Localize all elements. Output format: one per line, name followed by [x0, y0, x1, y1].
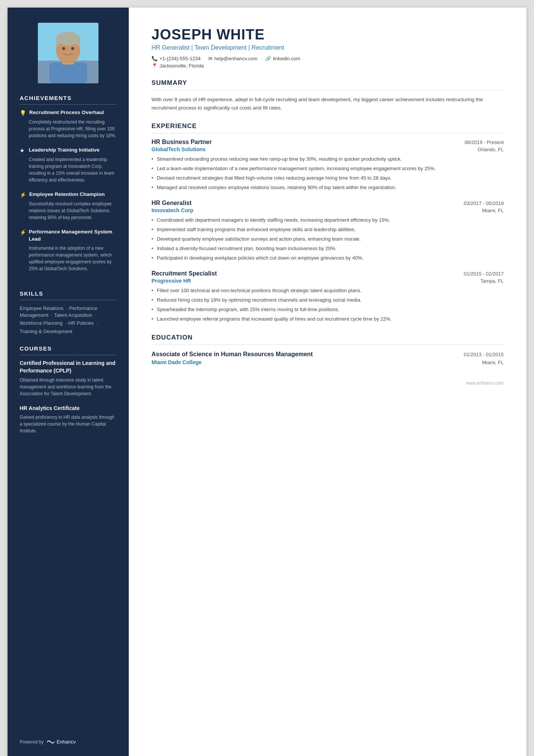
main-content: JOSEPH WHITE HR Generalist | Team Develo…	[129, 8, 526, 756]
skill-dot-4: ·	[64, 320, 67, 326]
experience-section: EXPERIENCE HR Business Partner 06/2019 -…	[151, 122, 504, 323]
skill-dot-2: ·	[50, 312, 53, 318]
exp-header-1: HR Business Partner 06/2019 - Present	[151, 139, 504, 146]
exp-bullet-2-1: Coordinated with department managers to …	[151, 216, 504, 224]
exp-bullets-2: Coordinated with department managers to …	[151, 216, 504, 262]
edu-location-1: Miami, FL	[482, 360, 504, 365]
edu-dates-1: 01/2013 - 01/2015	[464, 352, 504, 357]
edu-item-1: Associate of Science in Human Resources …	[151, 350, 504, 365]
skill-label-6: Training & Development	[20, 329, 72, 334]
skill-dot-3: ·	[94, 312, 96, 318]
location-row: 📍 Jacksonville, Florida	[151, 63, 504, 69]
achievement-desc-3: Successfully resolved complex employee r…	[20, 200, 117, 221]
bulb-icon: 💡	[20, 110, 26, 116]
sidebar: ACHIEVEMENTS 💡 Recruitment Process Overh…	[8, 8, 129, 756]
bolt-icon-2: ⚡	[20, 229, 26, 235]
star-icon: ★	[20, 147, 26, 153]
edu-subheader-1: Miami Dade College Miami, FL	[151, 359, 504, 365]
education-section: EDUCATION Associate of Science in Human …	[151, 334, 504, 365]
exp-item-1: HR Business Partner 06/2019 - Present Gl…	[151, 139, 504, 191]
main-footer: www.enhancv.com	[151, 380, 504, 386]
brand-name: Enhancv	[56, 739, 76, 745]
exp-job-title-2: HR Generalist	[151, 200, 192, 207]
courses-section: COURSES Certified Professional in Learni…	[8, 345, 129, 452]
exp-company-2: Innovatech Corp	[151, 207, 193, 213]
exp-bullet-1-4: Managed and resolved complex employee re…	[151, 184, 504, 192]
svg-rect-7	[77, 39, 80, 46]
achievement-desc-1: Completely restructured the recruiting p…	[20, 119, 117, 139]
edu-school-1: Miami Dade College	[151, 359, 201, 365]
svg-point-8	[62, 47, 65, 50]
exp-location-3: Tampa, FL	[481, 278, 504, 284]
exp-subheader-1: GlobalTech Solutions Orlando, FL	[151, 146, 504, 152]
exp-bullet-3-4: Launched employee referral programs that…	[151, 315, 504, 323]
candidate-name: JOSEPH WHITE	[151, 27, 504, 43]
exp-company-1: GlobalTech Solutions	[151, 146, 206, 152]
achievements-title: ACHIEVEMENTS	[20, 95, 117, 105]
course-item-1: Certified Professional in Learning and P…	[20, 360, 117, 397]
achievement-item-3: ⚡ Employee Retention Champion Successful…	[20, 191, 117, 221]
exp-bullet-3-3: Spearheaded the internship program, with…	[151, 306, 504, 314]
exp-bullet-1-1: Streamlined onboarding process reducing …	[151, 155, 504, 163]
achievement-desc-4: Instrumental in the adoption of a new pe…	[20, 245, 117, 272]
exp-subheader-2: Innovatech Corp Miami, FL	[151, 207, 504, 213]
candidate-tagline: HR Generalist | Team Development | Recru…	[151, 44, 504, 51]
phone-number: +1-(234)-555-1234	[159, 56, 201, 61]
skill-label-3: Talent Acquisition	[54, 312, 92, 318]
exp-dates-3: 01/2015 - 02/2017	[464, 271, 504, 277]
exp-subheader-3: Progressive HR Tampa, FL	[151, 278, 504, 284]
exp-dates-1: 06/2019 - Present	[465, 139, 504, 145]
exp-bullet-2-2: Implemented staff training programs that…	[151, 226, 504, 234]
edu-header-1: Associate of Science in Human Resources …	[151, 350, 504, 358]
skills-list: Employee Relations · Performance Managem…	[20, 305, 117, 335]
achievement-header-2: ★ Leadership Training Initiative	[20, 147, 117, 154]
summary-text: With over 8 years of HR experience, adep…	[151, 95, 504, 112]
edu-degree-1: Associate of Science in Human Resources …	[151, 350, 313, 358]
exp-job-title-1: HR Business Partner	[151, 139, 212, 146]
achievement-title-3: Employee Retention Champion	[29, 191, 105, 198]
achievement-item-2: ★ Leadership Training Initiative Created…	[20, 147, 117, 183]
exp-bullet-2-3: Developed quarterly employee satisfactio…	[151, 235, 504, 243]
location-pin-icon: 📍	[151, 63, 158, 69]
achievement-item-1: 💡 Recruitment Process Overhaul Completel…	[20, 109, 117, 139]
achievement-item-4: ⚡ Performance Management System Lead Ins…	[20, 229, 117, 272]
exp-bullet-3-2: Reduced hiring costs by 18% by optimizin…	[151, 296, 504, 304]
exp-location-2: Miami, FL	[482, 208, 504, 213]
course-item-2: HR Analytics Certificate Gained proficie…	[20, 405, 117, 435]
link-icon: 🔗	[265, 56, 271, 61]
exp-bullet-3-1: Filled over 100 technical and non-techni…	[151, 287, 504, 295]
profile-photo	[38, 23, 98, 83]
header-section: JOSEPH WHITE HR Generalist | Team Develo…	[151, 27, 504, 69]
phone-contact: 📞 +1-(234)-555-1234	[151, 56, 201, 61]
achievement-title-1: Recruitment Process Overhaul	[29, 109, 104, 116]
exp-bullet-1-2: Led a team-wide implementation of a new …	[151, 165, 504, 173]
exp-item-2: HR Generalist 03/2017 - 05/2019 Innovate…	[151, 200, 504, 262]
skill-item-6: Training & Development	[20, 327, 72, 336]
email-contact: ✉ help@enhancv.com	[208, 56, 258, 61]
svg-rect-6	[56, 39, 59, 46]
achievements-section: ACHIEVEMENTS 💡 Recruitment Process Overh…	[8, 95, 129, 290]
skill-label-5: HR Policies	[68, 320, 94, 326]
exp-bullet-1-3: Devised recruitment strategies that fill…	[151, 174, 504, 182]
photo-container	[8, 8, 129, 95]
logo-icon	[47, 739, 55, 745]
svg-point-9	[71, 47, 74, 50]
exp-dates-2: 03/2017 - 05/2019	[464, 200, 504, 206]
achievement-header-4: ⚡ Performance Management System Lead	[20, 229, 117, 243]
exp-company-3: Progressive HR	[151, 278, 191, 284]
summary-section: SUMMARY With over 8 years of HR experien…	[151, 79, 504, 112]
skill-dot-5: ·	[95, 320, 98, 326]
linkedin-url: linkedin.com	[273, 56, 300, 61]
linkedin-contact: 🔗 linkedin.com	[265, 56, 300, 61]
achievement-header-3: ⚡ Employee Retention Champion	[20, 191, 117, 198]
enhancv-logo: Enhancv	[47, 739, 76, 745]
exp-bullet-2-5: Participated in developing workplace pol…	[151, 254, 504, 262]
website-url: www.enhancv.com	[466, 380, 504, 386]
exp-bullets-1: Streamlined onboarding process reducing …	[151, 155, 504, 191]
achievement-title-4: Performance Management System Lead	[29, 229, 117, 243]
courses-title: COURSES	[20, 345, 117, 355]
svg-rect-2	[49, 63, 87, 83]
exp-item-3: Recruitment Specialist 01/2015 - 02/2017…	[151, 270, 504, 323]
achievement-title-2: Leadership Training Initiative	[29, 147, 100, 154]
course-title-1: Certified Professional in Learning and P…	[20, 360, 117, 374]
